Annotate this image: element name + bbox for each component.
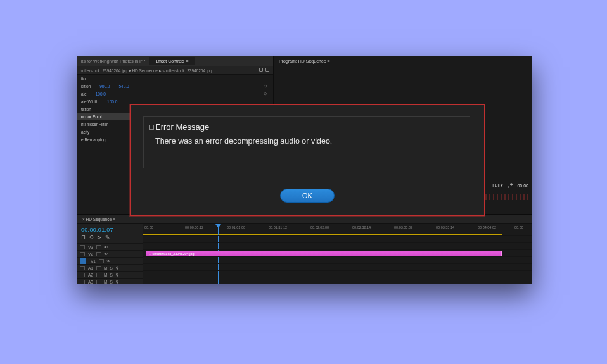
program-timecode: 00:00 xyxy=(517,184,528,188)
marker-tool-icon[interactable]: ⊳ xyxy=(97,234,102,241)
dialog-message: There was an error decompressing audio o… xyxy=(155,137,462,146)
track-head-a1[interactable]: A1MS🎙 xyxy=(77,264,143,271)
snap-icon[interactable]: ⊓ xyxy=(81,234,86,241)
prop-row[interactable]: ale100.0◇ xyxy=(77,90,273,97)
track-v3[interactable] xyxy=(143,235,532,242)
work-area-bar[interactable] xyxy=(143,234,502,235)
dialog-title: Error Message xyxy=(155,122,462,132)
link-icon[interactable]: ⟲ xyxy=(89,234,94,241)
error-checkbox-icon[interactable] xyxy=(149,125,154,130)
source-bar: hutterstock_23946204.jpg ▾ HD Sequence ▸… xyxy=(77,66,273,75)
wrench-icon[interactable] xyxy=(507,182,513,189)
fit-dropdown[interactable]: Full ▾ xyxy=(492,183,503,188)
video-clip[interactable]: ⌄ shutterstock_23946204.jpg xyxy=(146,251,502,256)
panel-tab-row: ks for Working with Photos in PP Effect … xyxy=(77,56,273,66)
prop-row[interactable]: tion xyxy=(77,75,273,82)
timeline-tab[interactable]: × HD Sequence ≡ xyxy=(77,215,532,224)
timeline-tools: ⊓ ⟲ ⊳ ✎ xyxy=(77,234,143,243)
track-head-v2[interactable]: V2👁 xyxy=(77,250,143,257)
track-a1[interactable] xyxy=(143,256,532,263)
timeline-header: 00:00:01:07 ⊓ ⟲ ⊳ ✎ V3👁 V2👁 V1👁 A1MS🎙 A2… xyxy=(77,224,143,284)
program-tab[interactable]: Program: HD Sequence ≡ xyxy=(274,56,532,66)
track-head-a2[interactable]: A2MS🎙 xyxy=(77,271,143,278)
track-head-a3[interactable]: A3MS🎙 xyxy=(77,278,143,285)
tab-photos[interactable]: ks for Working with Photos in PP xyxy=(77,59,149,63)
track-head-v3[interactable]: V3👁 xyxy=(77,243,143,250)
ok-button[interactable]: OK xyxy=(280,189,335,203)
keyframe-nav-icons[interactable] xyxy=(259,68,269,72)
error-dialog: Error Message There was an error decompr… xyxy=(130,104,485,216)
track-v2[interactable] xyxy=(143,242,532,249)
track-a2[interactable] xyxy=(143,263,532,270)
track-v1[interactable]: ⌄ shutterstock_23946204.jpg xyxy=(143,249,532,256)
wrench-icon[interactable]: ✎ xyxy=(105,234,110,241)
timeline-panel: × HD Sequence ≡ 00:00:01:07 ⊓ ⟲ ⊳ ✎ V3👁 … xyxy=(77,214,532,284)
time-ruler[interactable]: 00:00 00:00:30:12 00:01:01:00 00:01:31:1… xyxy=(143,224,532,235)
prop-row[interactable]: sition900.0540.0◇ xyxy=(77,82,273,90)
timeline-timecode[interactable]: 00:00:01:07 xyxy=(77,224,143,234)
program-controls: Full ▾ 00:00 xyxy=(492,182,528,189)
timeline-tracks[interactable]: 00:00 00:00:30:12 00:01:01:00 00:01:31:1… xyxy=(143,224,532,284)
source-bar-label: hutterstock_23946204.jpg ▾ HD Sequence ▸… xyxy=(80,68,212,73)
tab-effect-controls[interactable]: Effect Controls ≡ xyxy=(149,57,195,65)
track-head-v1[interactable]: V1👁 xyxy=(77,257,143,264)
track-a3[interactable] xyxy=(143,270,532,277)
